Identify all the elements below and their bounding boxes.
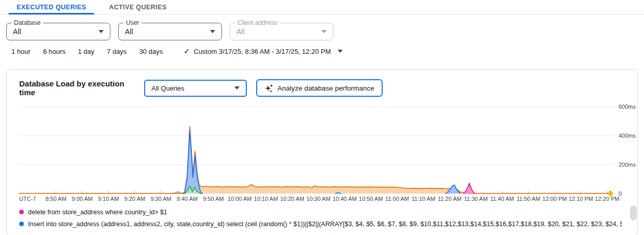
svg-text:8:50 AM: 8:50 AM bbox=[46, 196, 66, 202]
svg-text:11:00 AM: 11:00 AM bbox=[385, 196, 409, 202]
time-range-30-days[interactable]: 30 days bbox=[139, 48, 163, 55]
svg-text:12:20 PM: 12:20 PM bbox=[595, 196, 619, 202]
svg-text:9:20 AM: 9:20 AM bbox=[124, 196, 145, 202]
svg-text:10:00 AM: 10:00 AM bbox=[228, 196, 251, 202]
tab-executed-queries-label: EXECUTED QUERIES bbox=[17, 4, 86, 11]
time-range-1-hour[interactable]: 1 hour bbox=[11, 48, 31, 55]
user-filter-select[interactable]: User All bbox=[118, 23, 222, 40]
tab-active-queries[interactable]: ACTIVE QUERIES bbox=[97, 0, 178, 14]
legend-item-insert-query[interactable]: Insert into store_address (address1, add… bbox=[19, 218, 622, 230]
chart-legend: delete from store_address where country_… bbox=[7, 205, 637, 230]
svg-text:9:00 AM: 9:00 AM bbox=[72, 196, 92, 202]
check-icon: ✓ bbox=[184, 47, 190, 56]
query-tabs: EXECUTED QUERIES ACTIVE QUERIES bbox=[0, 0, 644, 14]
user-filter-value: All bbox=[125, 27, 210, 36]
vertical-scrollbar-thumb[interactable] bbox=[630, 205, 637, 221]
analyze-button-label: Analyze database performance bbox=[277, 84, 374, 92]
filter-row: Database All User All Client address All bbox=[6, 23, 644, 40]
svg-text:10:10 AM: 10:10 AM bbox=[254, 196, 278, 202]
queries-dropdown-value: All Queries bbox=[151, 84, 234, 92]
svg-text:11:10 AM: 11:10 AM bbox=[412, 196, 436, 202]
chevron-down-icon bbox=[99, 30, 104, 33]
chart-title: Database Load by execution time bbox=[19, 79, 137, 97]
database-filter-select[interactable]: Database All bbox=[6, 23, 110, 40]
sparkle-icon bbox=[264, 84, 273, 93]
legend-label: Insert into store_address (address1, add… bbox=[28, 221, 622, 228]
svg-text:10:40 AM: 10:40 AM bbox=[332, 196, 356, 202]
svg-text:9:40 AM: 9:40 AM bbox=[177, 196, 198, 202]
chevron-down-icon bbox=[338, 50, 343, 53]
queries-dropdown[interactable]: All Queries bbox=[144, 80, 247, 97]
legend-dot bbox=[19, 210, 24, 214]
svg-text:600ms: 600ms bbox=[619, 104, 636, 110]
svg-text:9:50 AM: 9:50 AM bbox=[203, 196, 223, 202]
legend-item-delete-query[interactable]: delete from store_address where country_… bbox=[19, 206, 622, 218]
svg-text:9:30 AM: 9:30 AM bbox=[150, 196, 171, 202]
svg-text:10:30 AM: 10:30 AM bbox=[306, 196, 330, 202]
svg-text:10:50 AM: 10:50 AM bbox=[359, 196, 383, 202]
analyze-database-performance-button[interactable]: Analyze database performance bbox=[256, 79, 383, 97]
database-load-chart[interactable]: 600ms400ms200ms0UTC-78:50 AM9:00 AM9:10 … bbox=[7, 103, 637, 205]
chevron-down-icon bbox=[210, 30, 215, 33]
time-range-7-days[interactable]: 7 days bbox=[107, 48, 127, 55]
svg-text:UTC-7: UTC-7 bbox=[19, 196, 36, 202]
time-range-1-day[interactable]: 1 day bbox=[78, 48, 94, 55]
svg-text:11:50 AM: 11:50 AM bbox=[516, 196, 540, 202]
time-range-6-hours[interactable]: 6 hours bbox=[43, 48, 65, 55]
chevron-down-icon bbox=[234, 86, 240, 90]
svg-text:10:20 AM: 10:20 AM bbox=[280, 196, 304, 202]
svg-text:9:10 AM: 9:10 AM bbox=[98, 196, 119, 202]
tab-active-queries-label: ACTIVE QUERIES bbox=[109, 4, 166, 11]
svg-text:12:00 PM: 12:00 PM bbox=[542, 196, 567, 202]
database-filter-label: Database bbox=[11, 19, 43, 26]
custom-time-range-label: Custom 3/17/25, 8:36 AM - 3/17/25, 12:20… bbox=[194, 48, 331, 55]
legend-label: delete from store_address where country_… bbox=[28, 209, 167, 216]
client-address-filter-value: All bbox=[236, 27, 321, 36]
svg-text:11:30 AM: 11:30 AM bbox=[464, 196, 488, 202]
chart-header: Database Load by execution time All Quer… bbox=[7, 70, 637, 97]
svg-text:400ms: 400ms bbox=[619, 133, 636, 139]
svg-text:11:20 AM: 11:20 AM bbox=[438, 196, 461, 202]
svg-text:11:40 AM: 11:40 AM bbox=[491, 196, 514, 202]
svg-text:12:10 PM: 12:10 PM bbox=[569, 196, 593, 202]
database-load-card: Database Load by execution time All Quer… bbox=[6, 69, 638, 235]
chevron-down-icon bbox=[321, 30, 327, 33]
tab-executed-queries[interactable]: EXECUTED QUERIES bbox=[5, 0, 97, 14]
client-address-filter-select: Client address All bbox=[230, 23, 333, 40]
svg-text:200ms: 200ms bbox=[619, 161, 636, 168]
database-filter-value: All bbox=[13, 27, 99, 36]
client-address-filter-label: Client address bbox=[235, 19, 280, 26]
time-range-row: 1 hour 6 hours 1 day 7 days 30 days ✓ Cu… bbox=[11, 47, 644, 56]
custom-time-range[interactable]: ✓ Custom 3/17/25, 8:36 AM - 3/17/25, 12:… bbox=[184, 47, 343, 56]
user-filter-label: User bbox=[123, 19, 142, 26]
legend-dot bbox=[19, 222, 24, 226]
